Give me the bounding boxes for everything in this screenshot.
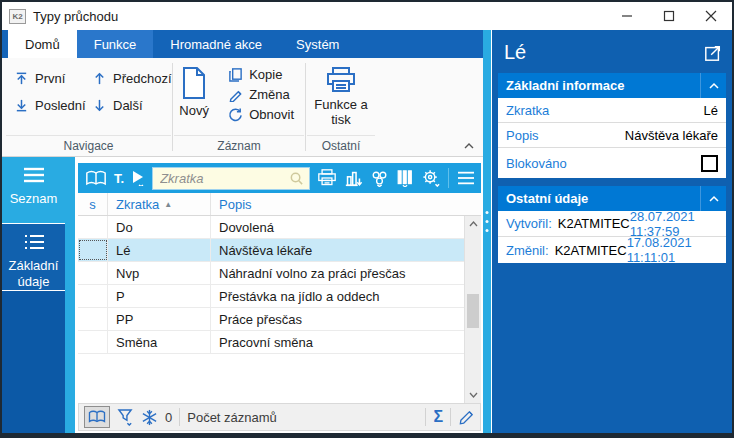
column-header-popis[interactable]: Popis	[211, 193, 481, 215]
columns-button[interactable]	[396, 170, 414, 187]
grid-area: T.	[75, 157, 483, 433]
search-input[interactable]	[158, 170, 289, 187]
play-icon	[131, 170, 145, 186]
copy-icon	[228, 67, 243, 82]
refresh-button[interactable]: Obnovit	[228, 107, 294, 122]
column-header-s[interactable]: s	[78, 193, 108, 215]
filter-button[interactable]	[117, 408, 134, 426]
field-zmenil: Změnil: K2ATMITEC 17.08.2021 11:11:01	[498, 237, 726, 263]
panel-splitter[interactable]	[483, 30, 491, 433]
new-button[interactable]: Nový	[174, 58, 214, 118]
ribbon-separator	[172, 63, 173, 151]
chevron-up-icon	[469, 221, 478, 227]
app-window: K2 Typy průchodu Domů Funkce Hromadné ak…	[0, 0, 734, 438]
minimize-button[interactable]	[606, 2, 648, 30]
scrollbar-down-button[interactable]	[465, 387, 481, 403]
ribbon-group-zaznam: Nový Kopie Změna	[174, 58, 304, 156]
group-label-ostatni: Ostatní	[307, 135, 375, 156]
change-button[interactable]: Změna	[228, 87, 294, 102]
tab-domu[interactable]: Domů	[8, 30, 77, 58]
printer-icon	[317, 169, 337, 187]
columns-icon	[396, 170, 414, 187]
search-icon	[289, 171, 304, 186]
table-row[interactable]: PP Práce přesčas	[78, 308, 464, 331]
three-circles-icon	[370, 170, 389, 187]
table-row-selected[interactable]: Lé Návštěva lékaře	[78, 239, 464, 262]
sum-button[interactable]: Σ	[433, 409, 443, 425]
tab-hromadne-akce[interactable]: Hromadné akce	[153, 30, 279, 58]
chevron-up-icon	[708, 195, 720, 203]
quick-filter-button[interactable]	[131, 170, 145, 186]
detail-title: Lé	[504, 41, 526, 64]
vertical-scrollbar[interactable]	[464, 216, 481, 403]
chevron-up-icon	[708, 82, 720, 90]
table-type-button[interactable]: T.	[114, 171, 124, 186]
arrow-up-bar-icon	[14, 71, 29, 86]
print-button[interactable]	[317, 169, 337, 187]
collapse-section-button[interactable]	[700, 73, 726, 98]
collapse-section-button[interactable]	[700, 186, 726, 211]
collapse-ribbon-button[interactable]	[463, 142, 475, 150]
grid-status-bar: 0 Počet záznamů Σ	[78, 403, 481, 431]
blokovano-checkbox[interactable]	[701, 155, 718, 172]
last-button[interactable]: Poslední	[14, 98, 92, 113]
tab-system[interactable]: Systém	[279, 30, 356, 58]
refresh-icon	[228, 107, 243, 122]
window-controls	[606, 2, 732, 30]
scrollbar-thumb[interactable]	[467, 294, 479, 328]
field-zkratka: Zkratka Lé	[498, 98, 726, 123]
table-row[interactable]: Směna Pracovní směna	[78, 331, 464, 354]
book-view-button[interactable]	[85, 170, 107, 187]
edit-button[interactable]	[458, 409, 475, 425]
functions-print-button[interactable]: Funkce a tisk	[310, 58, 372, 127]
scrollbar-up-button[interactable]	[465, 216, 481, 232]
toolbar-divider	[448, 168, 449, 188]
grid-toolbar: T.	[78, 163, 481, 193]
chart-button[interactable]	[344, 170, 363, 187]
field-popis: Popis Návštěva lékaře	[498, 123, 726, 148]
status-divider	[179, 408, 180, 426]
document-icon	[180, 66, 208, 100]
printer-icon	[325, 66, 357, 94]
window-title: Typy průchodu	[33, 9, 118, 24]
section-header[interactable]: Ostatní údaje	[498, 186, 726, 211]
grid-header: s Zkratka ▲ Popis	[78, 193, 481, 216]
sort-asc-icon: ▲	[164, 200, 172, 209]
ribbon-separator	[305, 63, 306, 151]
accent-strip	[65, 157, 75, 433]
copy-button[interactable]: Kopie	[228, 67, 294, 82]
content-area: Domů Funkce Hromadné akce Systém První	[2, 30, 732, 433]
book-mode-button[interactable]	[84, 406, 110, 428]
tab-funkce[interactable]: Funkce	[77, 30, 154, 58]
open-in-window-button[interactable]	[704, 44, 722, 62]
section-zakladni-informace: Základní informace Zkratka Lé Popis Návš…	[498, 73, 726, 178]
close-button[interactable]	[690, 2, 732, 30]
ribbon: První Předchozí Poslední	[2, 58, 483, 157]
table-row[interactable]: Nvp Náhradní volno za práci přesčas	[78, 262, 464, 285]
popup-icon	[704, 44, 722, 62]
column-header-zkratka[interactable]: Zkratka ▲	[108, 193, 211, 215]
book-icon	[85, 170, 107, 187]
table-row[interactable]: P Přestávka na jídlo a oddech	[78, 285, 464, 308]
freeze-button[interactable]	[141, 409, 158, 426]
first-button[interactable]: První	[14, 71, 92, 86]
title-bar: K2 Typy průchodu	[2, 2, 732, 30]
chevron-up-icon	[463, 142, 475, 150]
section-header[interactable]: Základní informace	[498, 73, 726, 98]
maximize-button[interactable]	[648, 2, 690, 30]
view-sidebar: Seznam Základní údaje	[2, 157, 65, 433]
settings-button[interactable]	[421, 169, 441, 187]
grid-menu-button[interactable]	[456, 170, 476, 186]
related-records-button[interactable]	[370, 170, 389, 187]
record-count-value: 0	[165, 410, 172, 425]
sidebar-item-seznam[interactable]: Seznam	[2, 157, 65, 223]
detail-panel: Lé Základní informace Zkratka Lé	[491, 30, 732, 433]
table-row[interactable]: Do Dovolená	[78, 216, 464, 239]
status-divider	[450, 408, 451, 426]
record-count-label: Počet záznamů	[187, 410, 277, 425]
search-box	[152, 167, 310, 190]
arrow-down-icon	[92, 98, 107, 113]
sidebar-item-zakladni-udaje[interactable]: Základní údaje	[2, 223, 65, 291]
splitter-handle-icon	[486, 211, 489, 232]
pencil-icon	[228, 87, 243, 102]
